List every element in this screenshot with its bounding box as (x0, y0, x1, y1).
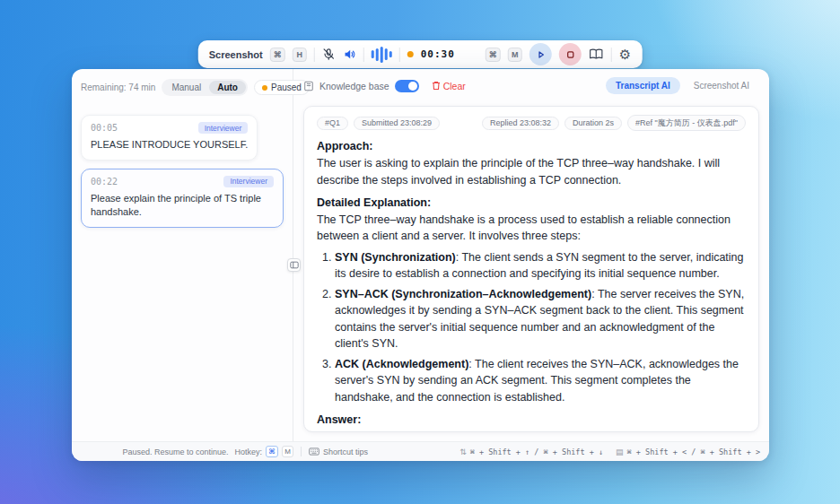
app-window: Remaining: 74 min ManualAuto Paused 00:0… (72, 69, 769, 461)
shortcut-text: ⌘ + Shift + ↑ / ⌘ + Shift + ↓ (470, 448, 603, 456)
key-m: M (282, 446, 293, 457)
speaker-badge: Interviewer (198, 122, 249, 134)
answer-section-heading: Answer: (317, 412, 746, 428)
tab-screenshot-ai[interactable]: Screenshot AI (684, 77, 759, 94)
message-text: Please explain the principle of TS tripl… (91, 192, 274, 219)
answer-section-heading: Approach: (317, 138, 746, 154)
panel-collapse-button[interactable] (287, 258, 301, 272)
shortcut-list: ⇅⌘ + Shift + ↑ / ⌘ + Shift + ↓▤⌘ + Shift… (459, 448, 760, 456)
timer-display: 00:30 (421, 48, 455, 60)
answer-ordered-list: SYN (Synchronization): The client sends … (317, 249, 746, 405)
recording-dot (407, 51, 414, 57)
shortcut-text: ⌘ + Shift + < / ⌘ + Shift + > (627, 448, 760, 456)
transcript-message[interactable]: 00:05InterviewerPLEASE INTRODUCE YOURSEL… (81, 115, 258, 161)
key-cmd: ⌘ (270, 48, 285, 62)
key-h: H (293, 48, 307, 62)
answer-list-item: SYN (Synchronization): The client sends … (335, 249, 746, 282)
knowledge-base-label: Knowledge base (319, 81, 389, 91)
scroll-arrows-icon: ⇅ (459, 448, 467, 456)
transcript-panel: Remaining: 74 min ManualAuto Paused 00:0… (72, 69, 293, 441)
divider (301, 447, 302, 456)
shortcut-tips-button[interactable]: Shortcut tips (309, 448, 368, 456)
mode-auto-button[interactable]: Auto (209, 81, 246, 94)
answer-list-item: ACK (Acknowledgement): The client receiv… (335, 356, 746, 405)
ai-tab-bar: Transcript AIScreenshot AI (606, 77, 759, 94)
stop-button[interactable] (559, 43, 582, 65)
mic-muted-icon[interactable] (322, 48, 336, 61)
mode-switcher: ManualAuto (162, 79, 248, 96)
answer-paragraph: The TCP three–way handshake establishes … (317, 429, 746, 432)
settings-gear-icon[interactable]: ⚙ (619, 48, 631, 61)
mode-manual-button[interactable]: Manual (163, 81, 209, 94)
footer-bar: Paused. Resume to continue. Hotkey: ⌘ M … (72, 441, 769, 461)
answer-list-item: SYN–ACK (Synchronization–Acknowledgement… (335, 286, 746, 352)
message-list: 00:05InterviewerPLEASE INTRODUCE YOURSEL… (81, 115, 284, 228)
answer-body: Approach:The user is asking to explain t… (317, 138, 746, 432)
ai-panel: Knowledge base Clear Transcript AIScreen… (293, 69, 769, 441)
remaining-time-label: Remaining: 74 min (81, 83, 155, 92)
audio-waveform (372, 47, 392, 63)
divider (611, 48, 612, 62)
clear-label: Clear (443, 81, 466, 91)
screenshot-button[interactable]: Screenshot (209, 49, 263, 60)
speaker-icon[interactable] (343, 48, 356, 61)
resume-button[interactable] (529, 43, 552, 65)
tab-transcript-ai[interactable]: Transcript AI (606, 77, 680, 94)
shortcut-group: ⇅⌘ + Shift + ↑ / ⌘ + Shift + ↓ (459, 448, 603, 456)
question-id-badge: #Q1 (317, 117, 348, 130)
message-time: 00:05 (91, 123, 118, 133)
answer-section-heading: Detailed Explanation: (317, 195, 746, 211)
answer-paragraph: The user is asking to explain the princi… (317, 155, 746, 188)
reference-badge[interactable]: #Ref "魔方简历 - 仪表盘.pdf" (627, 115, 746, 131)
hotkey-label: Hotkey: (234, 448, 262, 456)
replied-badge: Replied 23:08:32 (482, 117, 559, 130)
duration-badge: Duration 2s (564, 117, 622, 130)
answer-paragraph: The TCP three–way handshake is a process… (317, 212, 746, 245)
transcript-message[interactable]: 00:22InterviewerPlease explain the princ… (81, 169, 284, 228)
knowledge-base-icon (303, 81, 314, 91)
divider (363, 48, 364, 62)
paused-hint: Paused. Resume to continue. (122, 448, 228, 456)
notebook-icon[interactable] (589, 48, 604, 61)
clear-button[interactable]: Clear (432, 81, 466, 91)
speaker-badge: Interviewer (223, 176, 274, 187)
page-nav-icon: ▤ (616, 448, 624, 456)
knowledge-base-toggle[interactable] (395, 80, 419, 92)
key-cmd: ⌘ (266, 446, 278, 457)
floating-toolbar: Screenshot ⌘ H 00:30 ⌘ M ⚙ (198, 40, 643, 68)
answer-card: #Q1 Submitted 23:08:29 Replied 23:08:32 … (303, 106, 759, 432)
shortcut-group: ▤⌘ + Shift + < / ⌘ + Shift + > (616, 448, 760, 456)
message-text: PLEASE INTRODUCE YOURSELF. (91, 138, 248, 152)
message-time: 00:22 (91, 177, 118, 187)
shortcut-tips-label: Shortcut tips (323, 448, 368, 456)
divider (399, 48, 400, 62)
key-m: M (508, 48, 522, 62)
divider (314, 48, 315, 62)
key-cmd: ⌘ (486, 48, 501, 62)
paused-dot-icon (262, 85, 267, 91)
submitted-badge: Submitted 23:08:29 (354, 117, 440, 130)
